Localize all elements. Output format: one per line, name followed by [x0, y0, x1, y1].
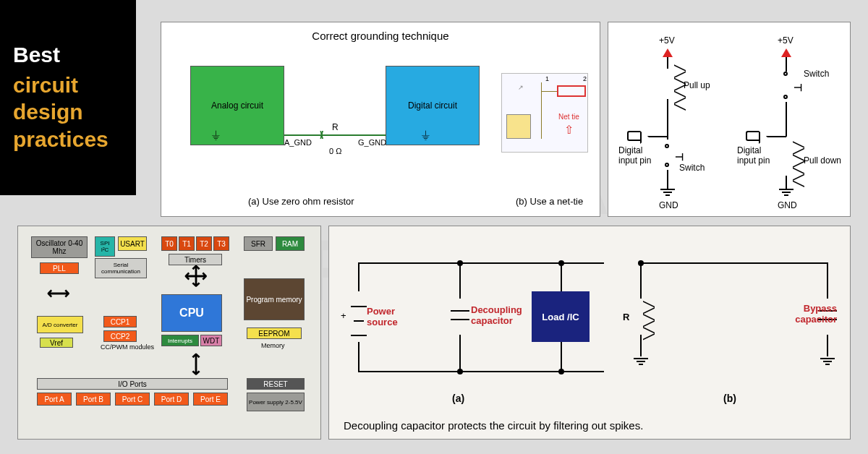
mcu-usart: USART: [118, 236, 147, 251]
ground-icon: [634, 358, 648, 365]
nettie-label: Net tie: [558, 113, 579, 121]
mcu-reset: RESET: [247, 378, 305, 390]
decouple-caption-b: (b): [723, 393, 736, 404]
v5-label-b: +5V: [778, 35, 793, 46]
mcu-wdt: WDT: [200, 335, 222, 346]
bidir-arrow-vert-icon: ⟷: [188, 265, 204, 288]
decouple-caption-a: (a): [452, 393, 464, 404]
digital-circuit-block: Digital circuit: [386, 66, 480, 145]
switch-arm-icon: ⊣: [675, 151, 684, 163]
wire: [647, 136, 668, 137]
arrow-up-icon: [781, 48, 791, 57]
cap-plate: [451, 310, 469, 312]
mcu-interrupts: Interrupts: [161, 335, 199, 346]
psrc-top: [351, 306, 367, 307]
mcu-memory-label: Memory: [261, 342, 285, 349]
wire: [667, 57, 668, 69]
g-gnd-label: G_GND: [358, 138, 386, 147]
nettie-component: [506, 114, 531, 139]
title-line1: Best: [13, 43, 136, 67]
mcu-porte: Port E: [193, 393, 228, 406]
ground-icon: [779, 189, 793, 196]
mcu-portb: Port B: [76, 393, 111, 406]
cap-plate: [451, 319, 469, 320]
mcu-eeprom: EEPROM: [247, 327, 302, 339]
mcu-serial: Serial communication: [95, 258, 147, 278]
wire: [766, 136, 786, 137]
grounding-caption-a: (a) Use zero ohm resistor: [248, 196, 354, 207]
dip-label-a: Digital input pin: [618, 145, 658, 166]
wire: [640, 262, 642, 299]
wire: [358, 262, 359, 291]
mcu-timers: Timers: [169, 254, 222, 265]
wire: [827, 335, 828, 356]
wire: [358, 371, 604, 372]
mcu-pll: PLL: [40, 262, 79, 274]
wire: [561, 262, 562, 291]
node-icon: [638, 260, 644, 266]
decoupling-cap-label: Decoupling capacitor: [471, 304, 524, 326]
mcu-t1: T1: [179, 236, 195, 251]
resistor-label: R: [332, 122, 339, 132]
mcu-sfr: SFR: [244, 236, 273, 251]
wire: [561, 342, 562, 372]
mcu-cpu: CPU: [161, 294, 222, 332]
power-source-label: Power source: [367, 306, 410, 327]
decoupling-panel: + Power source Decoupling capacitor Load…: [328, 226, 851, 440]
grounding-caption-b: (b) Use a net-tie: [516, 196, 583, 207]
pulldown-label: Pull down: [804, 155, 841, 166]
mcu-progmem: Program memory: [244, 278, 305, 320]
node-icon: [457, 260, 463, 266]
title-line2: circuit design practices: [13, 72, 136, 153]
switch-node-icon: [783, 95, 788, 99]
pullup-label: Pull up: [684, 80, 710, 90]
node-icon: [558, 369, 564, 374]
switch-label-b: Switch: [804, 69, 829, 79]
mcu-t3: T3: [213, 236, 229, 251]
analog-circuit-block: Analog circuit: [190, 66, 284, 145]
mcu-portc: Port C: [115, 393, 150, 406]
title-panel: Best circuit design practices: [0, 0, 136, 195]
mcu-vref: Vref: [40, 338, 73, 348]
ground-icon: [820, 358, 835, 365]
node-icon: [558, 260, 564, 266]
resistor-value: 0 Ω: [329, 147, 341, 155]
mcu-ioports: I/O Ports: [37, 378, 228, 390]
resistor-icon: /\/\/\: [646, 300, 653, 339]
switch-arm-icon: ⊣: [793, 82, 802, 93]
nettie-pin1: 1: [545, 75, 549, 82]
a-gnd-label: A_GND: [284, 138, 312, 147]
mcu-oscillator: Oscillator 0-40 Mhz: [31, 236, 88, 258]
wire: [786, 102, 787, 137]
arrow-up-icon: [663, 48, 673, 57]
nettie-arrow-icon: ⇧: [564, 123, 574, 137]
pull-panel: +5V /\/\/\/ Pull up Digital input pin ⊣ …: [608, 22, 851, 217]
load-ic-block: Load /IC: [532, 291, 590, 342]
bidir-arrow-vert-icon: ⟷: [188, 353, 204, 376]
ground-symbol-analog: ⏚: [212, 127, 220, 142]
mcu-porta: Port A: [37, 393, 72, 406]
gate-icon: [627, 131, 640, 141]
switch-node-icon: [783, 72, 788, 76]
gnd-label-a: GND: [659, 200, 678, 210]
node-icon: [457, 369, 463, 374]
psrc-top: [351, 335, 367, 336]
switch-label-a: Switch: [679, 163, 705, 173]
wire: [667, 99, 668, 140]
wire: [786, 57, 787, 72]
decouple-caption: Decoupling capacitor protects the circui…: [344, 419, 643, 432]
wire: [640, 262, 828, 264]
gate-icon: [746, 131, 759, 141]
wire: [358, 342, 359, 372]
grounding-heading: Correct grounding technique: [169, 30, 592, 42]
nettie-schematic: Net tie ⇧ 1 2 ↗: [501, 73, 588, 153]
mcu-psu: Power supply 2-5.5V: [247, 393, 305, 411]
ground-symbol-digital: ⏚: [422, 127, 430, 142]
nettie-pin2: 2: [583, 75, 587, 82]
mcu-ram: RAM: [276, 236, 305, 251]
dip-label-b: Digital input pin: [737, 145, 776, 166]
nettie-highlight-box: [557, 85, 586, 97]
mcu-portd: Port D: [154, 393, 189, 406]
wire: [786, 176, 787, 189]
pulldown-resistor-icon: /\/\/\/: [796, 140, 803, 186]
